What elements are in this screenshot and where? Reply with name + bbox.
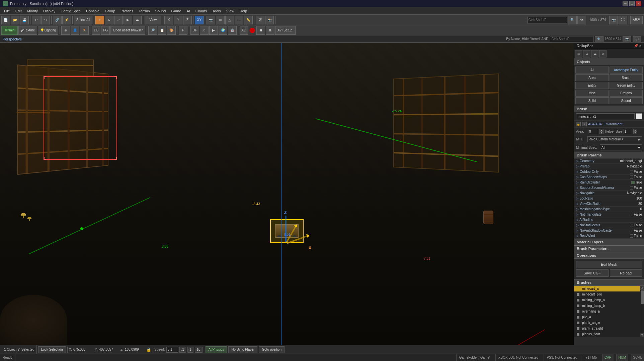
brush-parameters-header[interactable]: Brush Parameters — [574, 245, 644, 252]
fg-btn[interactable]: FG — [101, 26, 110, 35]
brush-item-minecart-a[interactable]: minecart_a — [574, 286, 640, 291]
close-button[interactable]: ✕ — [636, 1, 641, 6]
env-btn[interactable]: 🌍 — [219, 26, 227, 35]
brush-item-minecart-pile[interactable]: minecart_pile — [574, 291, 640, 297]
helper-size-input[interactable] — [624, 129, 632, 134]
mtl-value-btn[interactable]: <No Custom Material > ▶ — [587, 136, 642, 142]
avi-btn[interactable]: AVI — [240, 26, 248, 35]
tool1-btn[interactable]: ⊕ — [61, 26, 70, 35]
db-btn[interactable]: DB — [92, 26, 100, 35]
menu-clouds[interactable]: Clouds — [193, 8, 210, 14]
menu-file[interactable]: File — [1, 8, 13, 14]
obj-sound-btn[interactable]: Sound — [610, 97, 643, 104]
menu-game[interactable]: Game — [168, 8, 184, 14]
open-button[interactable]: 📂 — [11, 16, 19, 24]
pause-btn[interactable]: ⏸ — [266, 26, 274, 35]
scroll-down-btn[interactable]: ▼ — [640, 333, 644, 337]
obj-area-btn[interactable]: Area — [575, 74, 609, 81]
uf-btn[interactable]: UF — [190, 26, 199, 35]
menu-view[interactable]: View — [224, 8, 237, 14]
tool3-btn[interactable]: 🏃 — [80, 26, 89, 35]
anim-btn[interactable]: ▶ — [209, 26, 218, 35]
speed-input[interactable] — [166, 347, 178, 353]
search-opt-btn[interactable]: ⚙ — [577, 16, 586, 24]
speed-opt1-btn[interactable]: .1 — [179, 347, 186, 353]
menu-tools[interactable]: Tools — [210, 8, 224, 14]
brush-item-mining-lamp-a[interactable]: mining_lamp_a — [574, 297, 640, 303]
edit-mesh-button[interactable]: Edit Mesh — [576, 261, 642, 268]
menu-prefabs[interactable]: Prefabs — [118, 8, 136, 14]
z-axis-btn[interactable]: Z — [183, 16, 192, 24]
capture-btn[interactable]: 📸 — [265, 16, 274, 24]
brush-item-pile-a[interactable]: pile_a — [574, 314, 640, 320]
objects-section-header[interactable]: Objects — [574, 59, 644, 65]
xy-view-btn[interactable]: XY — [195, 16, 204, 24]
area-up-btn[interactable]: ▲ — [599, 129, 603, 131]
no-sync-player-button[interactable]: No Sync Player — [228, 346, 257, 353]
menu-terrain[interactable]: Terrain — [136, 8, 153, 14]
snap-btn[interactable]: ⋯ — [235, 16, 243, 24]
brush-item-mining-lamp-b[interactable]: mining_lamp_b — [574, 303, 640, 309]
viewport[interactable]: Z X -25.24 -8.08 — [0, 43, 574, 345]
brushes-header[interactable]: Brushes — [574, 279, 644, 286]
search-input[interactable] — [527, 17, 567, 23]
obj-brush-btn[interactable]: Brush — [610, 74, 643, 81]
menu-ai[interactable]: AI — [184, 8, 192, 14]
brushes-scrollbar[interactable]: ▲ ▼ — [640, 286, 644, 337]
f-btn[interactable]: F — [179, 26, 187, 35]
link-button[interactable]: 🔗 — [53, 16, 62, 24]
area-value-input[interactable] — [588, 129, 598, 134]
tool2-btn[interactable]: 👤 — [71, 26, 79, 35]
brush-params-header[interactable]: Brush Params — [574, 152, 644, 158]
operations-header[interactable]: Operations — [574, 252, 644, 259]
ai-physics-button[interactable]: AI/Physics — [206, 346, 227, 353]
avi-setup-btn[interactable]: AVI Setup. — [275, 26, 296, 35]
measure-btn[interactable]: 📏 — [244, 16, 253, 24]
layer-btn[interactable]: 📋 — [158, 26, 166, 35]
rollup-tab-layers[interactable]: 🗂 — [583, 50, 590, 57]
fullscreen-btn[interactable]: ⛶ — [619, 16, 627, 24]
viewport-search-btn[interactable]: 🔍 — [595, 36, 603, 42]
obj-archetype-entity-btn[interactable]: Archetype Entity — [610, 67, 643, 74]
brush-item-plank-angle[interactable]: plank_angle — [574, 320, 640, 326]
rollupbar-close-btn[interactable]: × — [639, 44, 641, 48]
brush-item-overhang-a[interactable]: overhang_a — [574, 309, 640, 314]
char-btn[interactable]: ☺ — [200, 26, 209, 35]
env-expand-icon[interactable]: + — [582, 122, 587, 126]
asset-btn[interactable]: 🔎 — [148, 26, 157, 35]
minimal-spec-select[interactable]: All Low Medium High — [600, 144, 642, 150]
scroll-up-btn[interactable]: ▲ — [640, 286, 644, 290]
undo-button[interactable]: ↩ — [32, 16, 41, 24]
select-button[interactable]: ▶ — [124, 16, 132, 24]
select-all-button[interactable]: Select All — [74, 16, 92, 24]
brush-color-picker[interactable] — [636, 113, 642, 119]
lock-icon[interactable]: 🔒 — [146, 347, 151, 352]
open-asset-btn[interactable]: Open asset browser — [110, 26, 145, 35]
brush-item-planks-floor[interactable]: planks_floor — [574, 331, 640, 337]
goto-position-button[interactable]: Goto position — [259, 346, 285, 353]
menu-sound[interactable]: Sound — [153, 8, 169, 14]
obj-misc-btn[interactable]: Misc — [575, 90, 609, 97]
ai-btn[interactable]: 🤖 — [228, 26, 237, 35]
obj-ai-btn[interactable]: AI — [575, 67, 609, 74]
x-axis-btn[interactable]: X — [164, 16, 173, 24]
obj-prefabs-btn[interactable]: Prefabs — [610, 90, 643, 97]
brush-section-header[interactable]: Brush — [574, 106, 644, 112]
angle-btn[interactable]: △ — [225, 16, 234, 24]
terrain-tab-btn[interactable]: Terrain — [1, 26, 18, 35]
brush-item-plank-straight[interactable]: plank_straight — [574, 326, 640, 331]
minimize-button[interactable]: ─ — [623, 1, 628, 6]
redo-button[interactable]: ↪ — [41, 16, 50, 24]
rollup-tab-misc[interactable]: ⚙ — [599, 50, 607, 57]
reload-button[interactable]: Reload — [610, 269, 642, 277]
scale-button[interactable]: ⤢ — [114, 16, 123, 24]
menu-display[interactable]: Display — [41, 8, 58, 14]
save-button[interactable]: 💾 — [20, 16, 29, 24]
ab2-btn[interactable]: AB2* — [630, 16, 643, 24]
record-button[interactable] — [250, 28, 255, 33]
rollupbar-pin-btn[interactable]: 📌 — [634, 44, 638, 48]
rollup-tab-terrain[interactable]: ⛰ — [591, 50, 598, 57]
rotate-button[interactable]: ↻ — [105, 16, 113, 24]
grid-btn[interactable]: ⊞ — [216, 16, 225, 24]
move-button[interactable]: ✛ — [95, 16, 104, 24]
